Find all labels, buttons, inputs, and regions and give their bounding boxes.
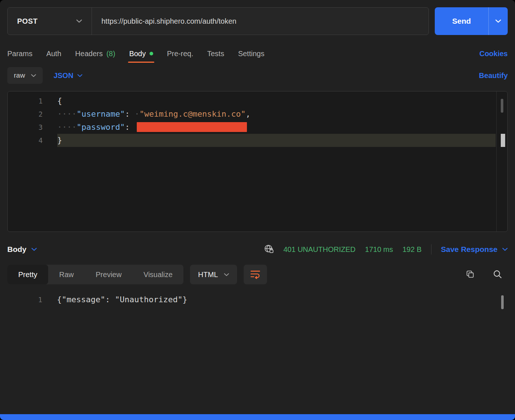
send-options-button[interactable] [489,7,508,35]
token-ws: · [135,109,139,118]
line-content: {"message": "Unauthorized"} [57,293,508,306]
url-input[interactable] [92,8,429,35]
tab-tests[interactable]: Tests [207,44,224,63]
search-button[interactable] [492,269,503,280]
code-line[interactable]: 4} [8,134,496,147]
tab-body[interactable]: Body [129,44,153,63]
chevron-down-icon [502,248,508,251]
api-client-window: POST Send Params Auth Headers(8) Body Pr… [0,0,515,420]
tab-label: Tests [207,50,224,58]
editor-scrollbar[interactable] [496,92,507,232]
tab-label: Body [129,50,146,58]
response-body[interactable]: 1{"message": "Unauthorized"} [7,290,508,420]
chevron-down-icon [495,19,501,23]
response-body-label: Body [7,245,27,254]
response-time: 1710 ms [365,245,393,254]
line-content: { [57,94,496,108]
tab-label: Settings [238,50,264,58]
tab-label: Pre-req. [167,50,193,58]
send-button[interactable]: Send [435,7,488,35]
response-meta: 401 UNAUTHORIZED 1710 ms 192 B Save Resp… [264,244,508,255]
line-content: ····"password": [57,121,496,134]
response-toolbar: Pretty Raw Preview Visualize HTML [7,264,508,285]
response-code-lines: 1{"message": "Unauthorized"} [7,293,508,306]
tab-auth[interactable]: Auth [46,44,61,63]
body-format-select[interactable]: raw [7,67,43,84]
chevron-down-icon [76,19,82,23]
tab-headers[interactable]: Headers(8) [75,44,115,63]
chevron-down-icon [224,273,229,276]
view-tab-raw[interactable]: Raw [48,265,85,284]
beautify-link[interactable]: Beautify [479,71,508,80]
globe-lock-icon [264,244,274,255]
token-str: "weiming.c@menskin.co" [139,109,245,118]
wrap-lines-button[interactable] [244,265,267,284]
line-number: 3 [8,121,43,134]
line-content: ····"username": ·"weiming.c@menskin.co", [57,108,496,121]
token-punc: } [57,136,62,145]
line-content: } [57,134,496,147]
code-line[interactable]: 1{"message": "Unauthorized"} [7,293,508,306]
request-url-row: POST Send [7,7,508,35]
language-value: JSON [54,71,73,80]
line-number: 1 [7,293,42,306]
response-language-select[interactable]: HTML [190,265,237,284]
token-ws: ···· [57,122,77,132]
line-number: 2 [8,108,43,121]
copy-icon [465,269,475,280]
response-language-value: HTML [198,271,218,279]
token-ws: ···· [57,109,77,118]
body-format-value: raw [14,71,25,79]
request-tabs: Params Auth Headers(8) Body Pre-req. Tes… [7,44,508,63]
line-number: 4 [8,134,43,147]
tab-pre-request[interactable]: Pre-req. [167,44,193,63]
request-body-editor[interactable]: 1{2····"username": ·"weiming.c@menskin.c… [7,91,508,232]
cursor-line-marker [501,134,505,147]
save-response-label: Save Response [441,245,497,254]
scrollbar-thumb[interactable] [501,99,503,113]
tab-label: Headers [75,50,103,58]
body-format-toolbar: raw JSON Beautify [7,66,508,85]
search-icon [492,269,503,280]
token-punc: { [57,96,62,105]
tab-label: Params [7,50,32,58]
method-select[interactable]: POST [8,8,92,35]
bottom-accent-bar [0,414,515,420]
chevron-down-icon [31,248,37,251]
view-tab-pretty[interactable]: Pretty [7,265,48,284]
token-key: "username" [77,109,125,118]
modified-dot [150,52,153,55]
view-tab-visualize[interactable]: Visualize [132,265,183,284]
scrollbar-thumb[interactable] [501,295,504,309]
status-badge: 401 UNAUTHORIZED [283,245,356,254]
save-response-button[interactable]: Save Response [441,245,508,254]
tab-params[interactable]: Params [7,44,32,63]
send-button-group: Send [435,7,508,35]
tab-label: Auth [46,50,61,58]
divider [431,244,431,254]
response-view-tabs: Pretty Raw Preview Visualize [7,265,183,284]
code-line[interactable]: 3····"password": [8,121,496,134]
chevron-down-icon [77,74,82,77]
language-select[interactable]: JSON [54,71,82,80]
url-bar: POST [7,7,429,35]
redacted-password-value [137,122,247,132]
wrap-lines-icon [250,269,261,280]
token-punc: , [246,109,251,118]
tab-settings[interactable]: Settings [238,44,264,63]
method-label: POST [17,17,38,26]
response-header: Body 401 UNAUTHORIZED 1 [7,239,508,260]
token-plain: {"message": "Unauthorized"} [57,295,187,304]
token-key: "password" [77,122,125,132]
view-tab-preview[interactable]: Preview [85,265,132,284]
token-punc: : [125,109,135,118]
token-punc: : [125,122,135,132]
network-info-button[interactable] [264,244,274,255]
response-size: 192 B [402,245,421,254]
code-line[interactable]: 2····"username": ·"weiming.c@menskin.co"… [8,108,496,121]
code-line[interactable]: 1{ [8,94,496,108]
copy-button[interactable] [465,269,475,280]
line-number: 1 [8,94,43,108]
cookies-link[interactable]: Cookies [479,50,508,58]
response-body-select[interactable]: Body [7,245,37,254]
